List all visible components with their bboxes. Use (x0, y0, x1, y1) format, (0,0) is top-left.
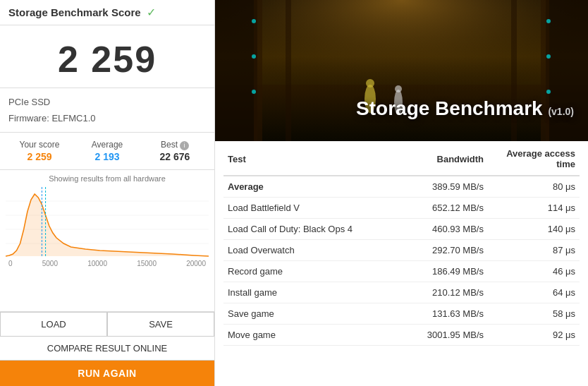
score-section: 2 259 (0, 25, 214, 88)
left-panel: Storage Benchmark Score ✓ 2 259 PCIe SSD… (0, 0, 215, 386)
game-title-text: Storage Benchmark (356, 97, 543, 119)
cell-bandwidth-1: 652.12 MB/s (401, 198, 488, 219)
cell-bandwidth-5: 210.12 MB/s (401, 282, 488, 303)
svg-point-19 (252, 19, 256, 23)
cell-test-7: Move game (223, 325, 401, 346)
table-row: Load Call of Duty: Black Ops 4460.93 MB/… (223, 219, 580, 240)
chart-label-0: 0 (8, 260, 13, 267)
cell-test-3: Load Overwatch (223, 240, 401, 261)
load-button[interactable]: LOAD (0, 312, 107, 337)
svg-point-20 (252, 54, 256, 59)
table-row: Load Battlefield V652.12 MB/s114 μs (223, 198, 580, 219)
table-row: Save game131.63 MB/s58 μs (223, 303, 580, 325)
distribution-chart (6, 187, 209, 258)
table-row: Move game3001.95 MB/s92 μs (223, 325, 580, 346)
col-header-bandwidth: Bandwidth (401, 141, 488, 176)
chart-label-20000: 20000 (186, 260, 206, 267)
table-header-row: Test Bandwidth Average access time (223, 141, 580, 176)
svg-point-21 (252, 90, 256, 94)
cell-bandwidth-6: 131.63 MB/s (401, 303, 488, 325)
benchmark-table: Test Bandwidth Average access time Avera… (223, 141, 580, 346)
svg-point-16 (366, 79, 374, 88)
benchmark-table-container: Test Bandwidth Average access time Avera… (215, 141, 588, 386)
cell-access-5: 64 μs (488, 282, 580, 303)
cell-access-6: 58 μs (488, 303, 580, 325)
cell-test-0: Average (223, 176, 401, 198)
table-row: Install game210.12 MB/s64 μs (223, 282, 580, 303)
save-button[interactable]: SAVE (107, 312, 214, 337)
drive-type: PCIe SSD (8, 94, 206, 110)
svg-point-24 (546, 90, 551, 94)
cell-test-6: Save game (223, 303, 401, 325)
table-row: Average389.59 MB/s80 μs (223, 176, 580, 198)
load-save-row: LOAD SAVE (0, 311, 214, 337)
svg-rect-9 (215, 0, 257, 141)
cell-access-3: 87 μs (488, 240, 580, 261)
game-title-overlay: Storage Benchmark (v1.0) (356, 97, 574, 120)
game-scene-bg (215, 0, 588, 141)
cell-access-0: 80 μs (488, 176, 580, 198)
svg-point-23 (546, 54, 551, 59)
chart-area: 0 5000 10000 15000 20000 (0, 184, 214, 311)
col-header-access: Average access time (488, 141, 580, 176)
left-header: Storage Benchmark Score ✓ (0, 0, 214, 25)
your-score-value: 2 259 (6, 151, 73, 162)
firmware: Firmware: ELFMC1.0 (8, 110, 206, 126)
game-version-text: (v1.0) (548, 106, 574, 117)
average-score-col: Average 2 193 (73, 140, 141, 162)
cell-access-4: 46 μs (488, 261, 580, 282)
svg-rect-12 (546, 0, 588, 141)
cell-access-1: 114 μs (488, 198, 580, 219)
cell-bandwidth-2: 460.93 MB/s (401, 219, 488, 240)
svg-rect-8 (215, 0, 588, 141)
chart-x-axis: 0 5000 10000 15000 20000 (6, 260, 209, 267)
cell-test-4: Record game (223, 261, 401, 282)
run-again-button[interactable]: RUN AGAIN (0, 361, 214, 386)
cell-bandwidth-0: 389.59 MB/s (401, 176, 488, 198)
showing-text: Showing results from all hardware (0, 170, 214, 184)
cell-access-7: 92 μs (488, 325, 580, 346)
best-label-row: Best i (141, 140, 209, 151)
best-score-col: Best i 22 676 (141, 140, 209, 162)
score-value: 2 259 (8, 38, 206, 80)
cell-test-5: Install game (223, 282, 401, 303)
scene-svg (215, 0, 588, 141)
check-icon: ✓ (147, 6, 156, 19)
right-panel: Storage Benchmark (v1.0) Test Bandwidth … (215, 0, 588, 386)
chart-label-5000: 5000 (42, 260, 58, 267)
average-value: 2 193 (73, 151, 141, 162)
average-label: Average (73, 140, 141, 150)
best-value: 22 676 (141, 151, 209, 162)
game-hero-image: Storage Benchmark (v1.0) (215, 0, 588, 141)
best-label: Best (161, 140, 178, 150)
best-info-icon[interactable]: i (180, 141, 189, 150)
cell-bandwidth-4: 186.49 MB/s (401, 261, 488, 282)
svg-point-22 (546, 19, 551, 23)
your-score-label: Your score (6, 140, 73, 150)
svg-point-18 (395, 85, 402, 92)
cell-bandwidth-7: 3001.95 MB/s (401, 325, 488, 346)
svg-rect-11 (286, 0, 291, 141)
chart-label-10000: 10000 (87, 260, 107, 267)
benchmark-table-body: Average389.59 MB/s80 μsLoad Battlefield … (223, 176, 580, 346)
table-row: Record game186.49 MB/s46 μs (223, 261, 580, 282)
your-score-col: Your score 2 259 (6, 140, 73, 162)
cell-access-2: 140 μs (488, 219, 580, 240)
compare-online-button[interactable]: COMPARE RESULT ONLINE (0, 337, 214, 361)
cell-test-1: Load Battlefield V (223, 198, 401, 219)
chart-label-15000: 15000 (137, 260, 157, 267)
cell-bandwidth-3: 292.70 MB/s (401, 240, 488, 261)
benchmark-title: Storage Benchmark Score (8, 6, 141, 18)
svg-rect-14 (511, 0, 517, 141)
table-row: Load Overwatch292.70 MB/s87 μs (223, 240, 580, 261)
info-section: PCIe SSD Firmware: ELFMC1.0 (0, 88, 214, 133)
col-header-test: Test (223, 141, 401, 176)
scores-comparison-row: Your score 2 259 Average 2 193 Best i 22… (0, 133, 214, 170)
cell-test-2: Load Call of Duty: Black Ops 4 (223, 219, 401, 240)
